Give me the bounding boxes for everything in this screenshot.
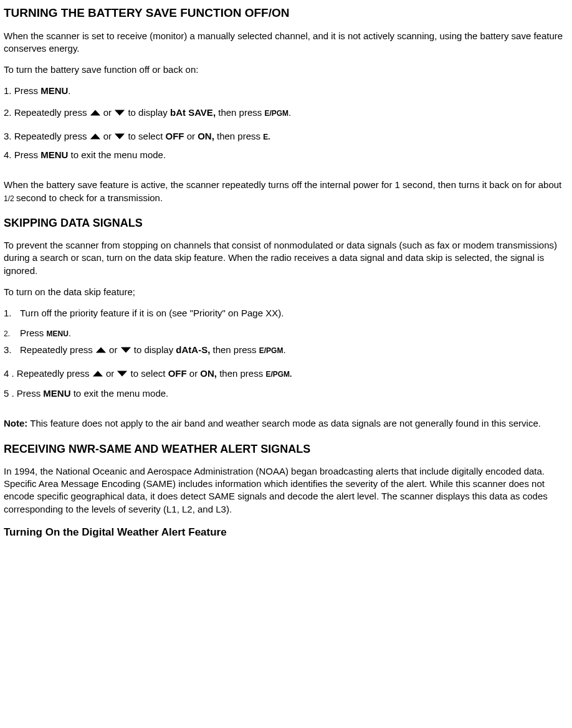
option-on: ON, [200, 368, 217, 379]
step-2: 2. Repeatedly press or to display bAt SA… [4, 106, 568, 119]
step-text: or [101, 131, 115, 141]
step-text: or [184, 131, 198, 141]
down-arrow-icon [120, 346, 131, 354]
step-text: Turn off the priority feature if it is o… [20, 308, 284, 318]
svg-marker-4 [96, 347, 106, 352]
step-5: 5 . Press MENU to exit the menu mode. [4, 387, 568, 400]
step-number: 2. [4, 329, 20, 339]
note-paragraph: Note: This feature does not apply to the… [4, 417, 568, 430]
step-text: or [187, 368, 201, 379]
step-text: 4. Press [4, 149, 41, 160]
down-arrow-icon [117, 370, 128, 377]
svg-marker-2 [90, 133, 100, 139]
step-4: 4. Press MENU to exit the menu mode. [4, 149, 568, 161]
svg-marker-1 [115, 110, 125, 115]
step-text: Press [20, 328, 47, 338]
step-text: or [107, 344, 120, 355]
key-e-pgm: E/PGM [264, 109, 288, 118]
step-text: . [288, 107, 291, 118]
step-text: . [283, 344, 285, 355]
step-number: 1. [4, 307, 20, 319]
svg-marker-5 [120, 347, 130, 352]
option-on: ON, [198, 131, 214, 141]
step-text: or [103, 368, 117, 379]
down-arrow-icon [114, 109, 125, 116]
svg-marker-6 [93, 371, 103, 376]
step-text: then press [214, 131, 263, 141]
key-menu: MENU [47, 329, 69, 338]
intro-paragraph: When the scanner is set to receive (moni… [4, 30, 568, 55]
svg-marker-3 [115, 133, 125, 139]
option-off: OFF [168, 368, 187, 379]
up-arrow-icon [90, 109, 101, 116]
note-label: Note: [4, 418, 27, 428]
step-text: then press [210, 344, 259, 355]
step-1: 1. Press MENU. [4, 85, 568, 97]
step-text: to display [131, 344, 176, 355]
step-text: 2. Repeatedly press [4, 107, 90, 118]
step-text: to select [125, 131, 165, 141]
up-arrow-icon [90, 133, 101, 140]
paragraph-text: second to check for a transmission. [16, 192, 163, 203]
step-text: . [69, 328, 71, 338]
step-text: to exit the menu mode. [71, 388, 169, 399]
intro-paragraph: To prevent the scanner from stopping on … [4, 239, 568, 277]
key-e: E. [263, 133, 270, 141]
step-text: to select [128, 368, 168, 379]
step-3: 3. Repeatedly press or to select OFF or … [4, 130, 568, 143]
explanation-paragraph: When the battery save feature is active,… [4, 179, 568, 204]
step-number: 3. [4, 344, 20, 356]
step-text: then press [216, 107, 264, 118]
svg-marker-0 [90, 110, 100, 115]
body-paragraph: In 1994, the National Oceanic and Aerosp… [4, 465, 568, 516]
key-e-pgm: E/PGM [259, 346, 284, 355]
fraction-half: 1/2 [4, 194, 16, 203]
display-bat-save: bAt SAVE, [170, 107, 216, 118]
subsection-title-digital-weather: Turning On the Digital Weather Alert Fea… [4, 526, 568, 540]
section-title-nwr-same: RECEIVING NWR-SAME AND WEATHER ALERT SIG… [4, 442, 568, 456]
step-text: to display [125, 107, 170, 118]
step-4: 4 . Repeatedly press or to select OFF or… [4, 367, 568, 380]
step-text: 3. Repeatedly press [4, 131, 90, 141]
step-3: 3.Repeatedly press or to display dAtA-S,… [4, 344, 568, 356]
step-1: 1.Turn off the priority feature if it is… [4, 307, 568, 319]
instruction-lead-in: To turn the battery save function off or… [4, 64, 568, 76]
step-text: then press [217, 368, 265, 379]
step-text: . [68, 85, 70, 96]
key-menu: MENU [41, 85, 68, 96]
display-data-s: dAtA-S, [176, 344, 210, 355]
key-menu: MENU [41, 149, 68, 160]
step-text: 4 . Repeatedly press [4, 368, 92, 379]
step-2: 2.Press MENU. [4, 327, 568, 339]
up-arrow-icon [95, 346, 107, 354]
down-arrow-icon [114, 133, 125, 140]
step-text: 1. Press [4, 85, 41, 96]
note-text: This feature does not apply to the air b… [27, 418, 541, 428]
up-arrow-icon [92, 370, 103, 377]
option-off: OFF [165, 131, 184, 141]
step-text: Repeatedly press [20, 344, 95, 355]
step-text: 5 . Press [4, 388, 43, 399]
svg-marker-7 [117, 371, 127, 376]
step-text: or [101, 107, 115, 118]
paragraph-text: When the battery save feature is active,… [4, 179, 561, 190]
step-text: to exit the menu mode. [68, 149, 166, 160]
section-title-skipping-data: SKIPPING DATA SIGNALS [4, 215, 568, 230]
key-menu: MENU [43, 388, 70, 399]
instruction-lead-in: To turn on the data skip feature; [4, 286, 568, 298]
section-title-battery-save: TURNING THE BATTERY SAVE FUNCTION OFF/ON [4, 5, 568, 21]
key-e-pgm: E/PGM. [265, 370, 292, 379]
